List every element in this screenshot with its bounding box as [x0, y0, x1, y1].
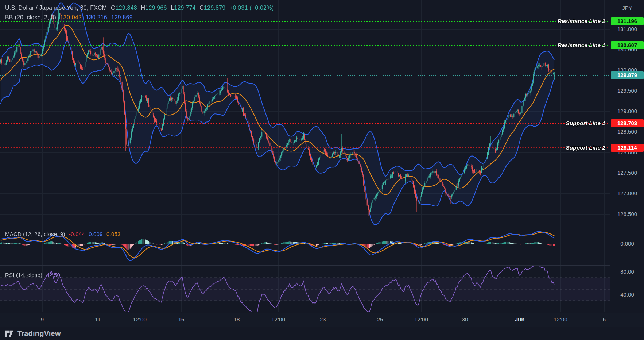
rsi-value: 42.50: [46, 272, 61, 278]
ohlc-low: 129.774: [174, 5, 195, 11]
ohlc-high: 129.966: [145, 5, 167, 11]
ohlc-close: 129.879: [204, 5, 225, 11]
level-label-resistance-line-2: Resistance Line 2: [558, 18, 605, 25]
level-label-resistance-line-1: Resistance Line 1: [558, 42, 605, 49]
symbol-title: U.S. Dollar / Japanese Yen, 30, FXCM: [5, 5, 107, 11]
level-label-support-line-1: Support Line 1: [566, 120, 606, 127]
rsi-legend[interactable]: RSI (14, close) 42.50: [5, 272, 60, 278]
price-tick: 131.000: [610, 26, 644, 33]
macd-zero-tick: 0.000: [610, 240, 644, 247]
chart-root: U.S. Dollar / Japanese Yen, 30, FXCM O12…: [0, 0, 644, 340]
bb-label: BB (20, close, 2, 0): [5, 14, 56, 20]
ohlc-change: +0.031 (+0.02%): [229, 5, 274, 11]
time-tick: 30: [462, 316, 468, 322]
macd-label: MACD (12, 26, close, 9): [5, 231, 65, 237]
time-tick: 6: [603, 316, 606, 322]
ohlc-high-label: H: [141, 5, 146, 11]
price-tick: 129.500: [610, 87, 644, 94]
rsi-label: RSI (14, close): [5, 272, 42, 278]
time-tick: 11: [95, 316, 101, 322]
macd-signal-value: 0.053: [106, 231, 121, 237]
ohlc-close-label: C: [199, 5, 204, 11]
support-price-box: 128.703: [611, 119, 644, 127]
ohlc-low-label: L: [171, 5, 174, 11]
level-label-support-line-2: Support Line 2: [566, 144, 606, 151]
bb-upper-value: 130.216: [86, 14, 107, 20]
rsi-tick: 80.00: [610, 268, 644, 275]
time-tick: 25: [377, 316, 383, 322]
resistance-price-box: 131.196: [611, 17, 644, 25]
price-tick: 128.500: [610, 128, 644, 135]
time-tick: 9: [41, 316, 44, 322]
price-axis[interactable]: JPY 131.000130.500130.000129.500129.0001…: [610, 0, 644, 326]
last-price-box: 129.879: [611, 71, 644, 79]
time-tick: 16: [178, 316, 185, 322]
time-axis[interactable]: 91112:00161812:00232512:0030Jun12:006: [0, 313, 644, 327]
time-tick: 23: [320, 316, 326, 322]
price-tick: 126.500: [610, 210, 644, 218]
support-price-box: 128.114: [611, 144, 644, 152]
time-tick: 12:00: [133, 316, 147, 322]
macd-legend[interactable]: MACD (12, 26, close, 9) -0.044 0.009 0.0…: [5, 231, 121, 237]
ohlc-open: 129.848: [116, 5, 137, 11]
time-tick: 12:00: [271, 316, 285, 322]
price-tick: 129.000: [610, 108, 644, 115]
resistance-price-box: 130.607: [611, 41, 644, 49]
rsi-tick: 40.00: [610, 291, 644, 298]
time-tick: 18: [234, 316, 240, 322]
time-tick: Jun: [515, 316, 525, 322]
price-tick: 127.000: [610, 190, 644, 197]
axis-corner-separator: [610, 313, 610, 327]
currency-label: JPY: [610, 5, 644, 11]
bb-legend[interactable]: BB (20, close, 2, 0) 130.042 130.216 129…: [5, 14, 133, 21]
time-tick: 12:00: [554, 316, 567, 322]
ohlc-open-label: O: [111, 5, 116, 11]
price-chart-canvas[interactable]: [0, 0, 610, 313]
macd-hist-value: -0.044: [69, 231, 85, 237]
time-tick: 12:00: [414, 316, 428, 322]
tradingview-logo[interactable]: TradingView: [4, 329, 61, 339]
symbol-legend[interactable]: U.S. Dollar / Japanese Yen, 30, FXCM O12…: [5, 5, 274, 11]
bb-basis-value: 130.042: [60, 14, 82, 20]
tradingview-text: TradingView: [17, 329, 61, 338]
macd-line-value: 0.009: [89, 231, 103, 237]
bb-lower-value: 129.869: [111, 14, 133, 20]
price-tick: 127.500: [610, 169, 644, 177]
tradingview-mark-icon: [4, 329, 14, 339]
